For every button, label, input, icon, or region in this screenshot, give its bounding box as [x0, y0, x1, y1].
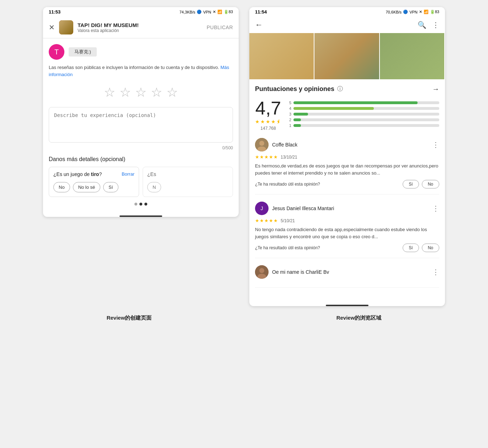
star-2[interactable]: ☆ [120, 85, 131, 100]
bar-row-2: 2 [288, 118, 439, 122]
details-title: Danos más detalles (opcional) [49, 156, 233, 162]
network-speed-right: 70,6KB/s [386, 10, 402, 14]
review-form-content: T 马赛克:) Las reseñas son públicas e inclu… [43, 38, 239, 211]
star-3[interactable]: ☆ [135, 85, 147, 100]
review-text-input[interactable] [49, 107, 233, 143]
status-icons-left: 74,3KB/s 🔵 VPN ✕ 📶 🔋83 [179, 10, 233, 14]
arrow-right-icon[interactable]: → [432, 85, 439, 93]
review-more-btn-1[interactable]: ⋮ [432, 140, 439, 149]
details-section: Danos más detalles (opcional) ¿Es un jue… [49, 156, 233, 206]
card-header-2: ¿Es [147, 171, 228, 177]
screenshot-2 [314, 33, 380, 79]
helpful-yes-1[interactable]: Sí [403, 180, 419, 188]
info-icon[interactable]: ⓘ [337, 85, 343, 93]
helpful-row-2: ¿Te ha resultado útil esta opinión? Sí N… [255, 244, 439, 252]
bar-label-4: 4 [288, 106, 291, 111]
review-card-1: Coffe Black ⋮ ★ ★ ★ ★ ★ 13/10/21 Es herm… [255, 138, 439, 194]
option-no[interactable]: No [53, 182, 70, 192]
review-date-1: 13/10/21 [281, 155, 297, 160]
star-4[interactable]: ☆ [151, 85, 162, 100]
card-options-1: No No lo sé Sí [53, 182, 134, 192]
char-count: 0/500 [49, 145, 233, 150]
card-options-2: N [147, 182, 228, 192]
more-options-icon[interactable]: ⋮ [432, 21, 439, 29]
bar-label-3: 3 [288, 112, 291, 116]
top-nav-bar: ← 🔍 ⋮ [249, 17, 445, 33]
detail-card-1: ¿Es un juego de tiro? Borrar No No lo sé… [49, 167, 139, 197]
bar-track-3 [293, 113, 439, 116]
helpful-no-1[interactable]: No [422, 180, 439, 188]
vpn-label-r: VPN [409, 10, 418, 14]
star-5[interactable]: ☆ [166, 85, 178, 100]
star-1[interactable]: ☆ [104, 85, 115, 100]
rating-star-1: ★ [255, 119, 260, 124]
x-icon-r: ✕ [419, 10, 422, 14]
rating-star-5: ⯨ [276, 119, 281, 124]
back-button[interactable]: ← [255, 20, 263, 30]
bar-track-1 [293, 124, 439, 127]
bottom-nav-indicator-right [326, 305, 368, 306]
helpful-row-1: ¿Te ha resultado útil esta opinión? Sí N… [255, 180, 439, 188]
bar-label-2: 2 [288, 118, 291, 122]
review-header-2: J Jesus Daniel Illesca Mantari ⋮ [255, 202, 439, 215]
reviewer-name-2: Jesus Daniel Illesca Mantari [272, 206, 429, 211]
time-left: 11:53 [49, 9, 60, 15]
battery-icon: 🔋83 [224, 10, 233, 14]
screenshot-1 [249, 33, 314, 79]
wifi-icon-r: 📶 [424, 10, 429, 14]
review-text-2: No tengo nada contradiciendo de esta app… [255, 226, 439, 240]
ratings-content: Puntuaciones y opiniones ⓘ → 4,7 ★ ★ ★ ★… [249, 79, 445, 300]
rating-star-4: ★ [271, 119, 276, 124]
dot-1 [134, 203, 137, 206]
bar-fill-4 [293, 107, 374, 110]
review-card-3: Oe mi name is CharliE Bv ⋮ [255, 265, 439, 288]
review-meta-1: ★ ★ ★ ★ ★ 13/10/21 [255, 154, 439, 160]
helpful-btns-1: Sí No [403, 180, 439, 188]
review-card-2: J Jesus Daniel Illesca Mantari ⋮ ★ ★ ★ ★… [255, 202, 439, 258]
review-more-btn-2[interactable]: ⋮ [432, 204, 439, 213]
option-no-lo-se[interactable]: No lo sé [73, 182, 101, 192]
vpn-label: VPN [203, 10, 211, 14]
publish-button[interactable]: PUBLICAR [207, 25, 233, 30]
bar-track-4 [293, 107, 439, 110]
helpful-question-1: ¿Te ha resultado útil esta opinión? [255, 182, 320, 187]
username-tag: 马赛克:) [69, 47, 97, 57]
dot-2 [139, 203, 142, 206]
option-si[interactable]: Sí [103, 182, 118, 192]
section-header: Puntuaciones y opiniones ⓘ → [255, 85, 439, 93]
section-title: Puntuaciones y opiniones [255, 85, 334, 93]
bar-fill-1 [293, 124, 301, 127]
app-title: TAP! DIG! MY MUSEUM! [78, 22, 202, 28]
left-phone: 11:53 74,3KB/s 🔵 VPN ✕ 📶 🔋83 ✕ TAP! DIG!… [43, 7, 239, 217]
bar-row-1: 1 [288, 123, 439, 128]
status-bar-left: 11:53 74,3KB/s 🔵 VPN ✕ 📶 🔋83 [43, 7, 239, 17]
helpful-no-2[interactable]: No [422, 244, 439, 252]
review-stars-2: ★ ★ ★ ★ ★ [255, 218, 278, 223]
helpful-question-2: ¿Te ha resultado útil esta opinión? [255, 245, 320, 250]
pagination-dots [49, 203, 233, 206]
bar-row-4: 4 [288, 106, 439, 111]
user-avatar: T [49, 44, 64, 60]
bar-label-1: 1 [288, 123, 291, 128]
bar-fill-5 [293, 101, 418, 104]
ratings-count: 147.768 [255, 126, 281, 131]
option-n[interactable]: N [147, 182, 161, 192]
bottom-labels: Review的创建页面 Review的浏览区域 [7, 315, 481, 321]
review-text-1: Es hermoso,de verdad,es de esos juegos q… [255, 162, 439, 176]
borrar-button[interactable]: Borrar [122, 171, 134, 177]
svg-point-4 [259, 268, 264, 273]
review-more-btn-3[interactable]: ⋮ [432, 268, 439, 276]
helpful-yes-2[interactable]: Sí [403, 244, 419, 252]
right-label: Review的浏览区域 [336, 315, 382, 321]
search-icon[interactable]: 🔍 [418, 21, 426, 29]
card-question-1: ¿Es un juego de tiro? [53, 171, 102, 177]
reviewer-avatar-1 [255, 138, 269, 151]
rating-stars-input[interactable]: ☆ ☆ ☆ ☆ ☆ [49, 85, 233, 100]
bottom-nav-indicator-left [120, 215, 162, 217]
rating-star-3: ★ [266, 119, 270, 124]
helpful-btns-2: Sí No [403, 244, 439, 252]
bar-label-5: 5 [288, 101, 291, 105]
network-speed-left: 74,3KB/s [179, 10, 195, 14]
close-button[interactable]: ✕ [49, 23, 55, 32]
bar-fill-3 [293, 113, 308, 116]
